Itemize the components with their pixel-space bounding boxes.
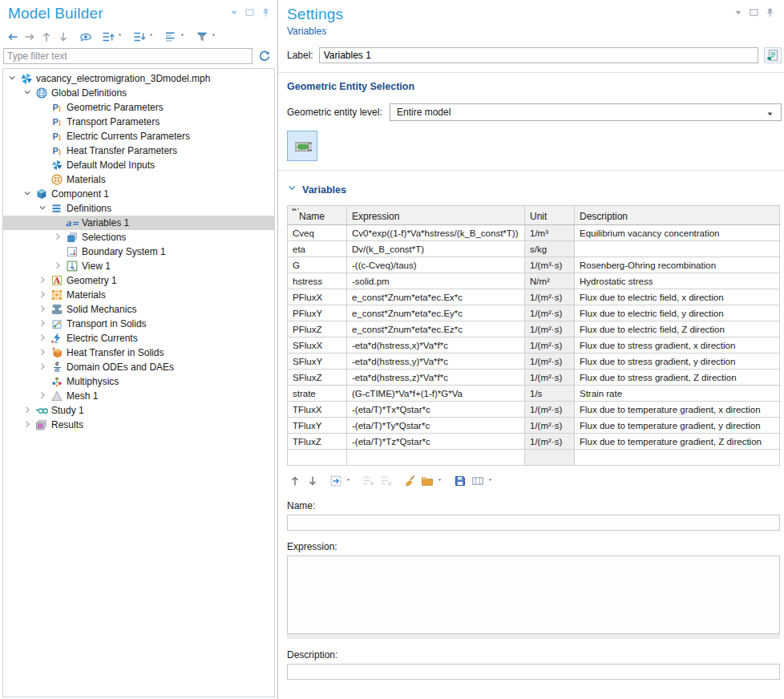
tree-item-study-1[interactable]: Study 1 [3, 403, 274, 418]
model-tree-node-text-button[interactable] [163, 29, 179, 45]
cell-expression[interactable] [347, 450, 525, 466]
cell-description[interactable]: Flux due to stress gradient, y direction [575, 354, 780, 370]
table-display-dropdown-icon[interactable] [488, 478, 495, 485]
load-from-file-dropdown-icon[interactable] [438, 478, 445, 485]
filter-button[interactable] [194, 29, 210, 45]
cell-description[interactable]: Flux due to temperature gradient, y dire… [575, 418, 780, 434]
table-display-button[interactable] [470, 473, 486, 489]
expand-chevron-icon[interactable] [37, 304, 50, 315]
cell-unit[interactable]: 1/s [525, 386, 575, 402]
collapse-chevron-icon[interactable] [22, 87, 34, 99]
cell-description[interactable]: Flux due to stress gradient, x direction [575, 337, 780, 354]
cell-unit[interactable]: 1/(m²·s) [525, 434, 575, 450]
tree-item-component-1[interactable]: Component 1 [3, 187, 274, 201]
cell-name[interactable]: PFluxX [288, 289, 347, 305]
menu-caret-icon[interactable] [228, 7, 239, 18]
tree-item-view-1[interactable]: View 1 [3, 259, 274, 273]
cell-expression[interactable]: e_const*Znum*eta*ec.Ez*c [347, 321, 525, 337]
cell-unit[interactable] [525, 450, 575, 466]
cell-unit[interactable]: 1/(m²·s) [525, 305, 575, 321]
model-tree-node-text-dropdown-icon[interactable] [180, 33, 188, 40]
settings-breadcrumb[interactable]: Variables [287, 26, 782, 37]
cell-name[interactable]: Cveq [288, 225, 347, 241]
clear-table-button[interactable] [402, 473, 418, 489]
sort-rows-icon[interactable] [289, 207, 302, 215]
cell-unit[interactable]: 1/(m²·s) [525, 418, 575, 434]
cell-unit[interactable]: 1/(m²·s) [525, 289, 575, 305]
tree-item-definitions[interactable]: Definitions [3, 201, 274, 216]
cell-unit[interactable]: 1/(m³·s) [525, 257, 575, 273]
cell-description[interactable]: Flux due to electric field, x direction [575, 289, 780, 305]
column-header-description[interactable]: Description [575, 206, 780, 225]
float-window-icon[interactable] [749, 7, 759, 18]
cell-unit[interactable]: N/m² [525, 273, 575, 289]
menu-caret-icon[interactable] [733, 7, 743, 18]
cell-name[interactable]: strate [288, 386, 347, 402]
tree-item-global-definitions[interactable]: Global Definitions [3, 86, 274, 100]
collapse-chevron-icon[interactable] [6, 73, 19, 84]
move-down-button[interactable] [55, 29, 71, 45]
cell-unit[interactable]: s/kg [525, 241, 575, 257]
active-toggle-button[interactable] [287, 131, 317, 161]
expand-chevron-icon[interactable] [37, 318, 50, 329]
cell-unit[interactable]: 1/(m²·s) [525, 402, 575, 418]
tree-item-domain-odes-and-daes[interactable]: ddtDomain ODEs and DAEs [3, 360, 274, 374]
cell-description[interactable]: Equilibrium vacancy concentration [575, 225, 780, 241]
cell-name[interactable]: PFluxZ [288, 321, 347, 337]
tree-item-selections[interactable]: Selections [3, 230, 274, 244]
expression-input[interactable] [287, 556, 780, 634]
move-up-button[interactable] [287, 473, 303, 489]
pin-icon[interactable] [261, 7, 271, 18]
cell-name[interactable]: PFluxY [288, 305, 347, 321]
cell-name[interactable]: hstress [288, 273, 347, 289]
expand-chevron-icon[interactable] [52, 261, 65, 272]
cell-expression[interactable]: Cv0*exp((1-f)*Va*hstress/(k_B_const*T)) [347, 225, 525, 241]
cell-name[interactable]: G [288, 257, 347, 273]
cell-unit[interactable]: 1/(m²·s) [525, 354, 575, 370]
expand-chevron-icon[interactable] [37, 275, 50, 286]
geometric-entity-level-select[interactable]: Entire model [390, 103, 782, 121]
pin-icon[interactable] [765, 7, 775, 18]
label-input[interactable] [319, 47, 758, 63]
tree-item-variables-1[interactable]: a=Variables 1 [3, 216, 274, 230]
cell-name[interactable]: SFluxX [288, 337, 347, 354]
cell-unit[interactable]: 1/(m²·s) [525, 370, 575, 386]
expand-chevron-icon[interactable] [37, 362, 50, 373]
collapse-chevron-icon[interactable] [37, 203, 50, 214]
expand-all-dropdown-icon[interactable] [149, 33, 156, 40]
refresh-icon[interactable] [257, 48, 273, 64]
cell-description[interactable]: Hydrostatic stress [575, 273, 780, 289]
cell-expression[interactable]: -eta*d(hstress,x)*Va*f*c [347, 337, 525, 354]
cell-unit[interactable]: 1/(m²·s) [525, 337, 575, 354]
show-button[interactable] [78, 29, 94, 45]
cell-description[interactable]: Flux due to electric field, y direction [575, 305, 780, 321]
cell-name[interactable]: eta [288, 241, 347, 257]
tree-item-materials[interactable]: Materials [3, 288, 274, 302]
cell-expression[interactable]: e_const*Znum*eta*ec.Ey*c [347, 305, 525, 321]
cell-name[interactable] [288, 450, 347, 466]
cell-expression[interactable]: -eta*d(hstress,y)*Va*f*c [347, 354, 525, 370]
cell-description[interactable] [575, 241, 780, 257]
cell-expression[interactable]: -solid.pm [347, 273, 525, 289]
cell-expression[interactable]: -((c-Cveq)/taus) [347, 257, 525, 273]
load-from-file-button[interactable] [419, 473, 435, 489]
expression-scrollbar[interactable] [287, 634, 780, 639]
name-input[interactable] [287, 515, 780, 531]
variables-section-header[interactable]: Variables [287, 183, 782, 197]
cell-description[interactable] [575, 450, 780, 466]
collapse-all-button[interactable] [100, 29, 116, 45]
expand-chevron-icon[interactable] [22, 405, 34, 416]
cell-description[interactable]: Flux due to stress gradient, Z direction [575, 370, 780, 386]
expand-chevron-icon[interactable] [37, 289, 50, 301]
expand-chevron-icon[interactable] [37, 347, 50, 358]
tree-item-transport-parameters[interactable]: P¡Transport Parameters [3, 115, 274, 129]
back-button[interactable] [5, 29, 21, 45]
cell-expression[interactable]: -(eta/T)*Tx*Qstar*c [347, 402, 525, 418]
cell-name[interactable]: SFluxY [288, 354, 347, 370]
tree-item-heat-transfer-parameters[interactable]: P¡Heat Transfer Parameters [3, 143, 274, 158]
save-to-file-button[interactable] [452, 473, 468, 489]
expand-chevron-icon[interactable] [37, 333, 50, 344]
tree-item-mesh-1[interactable]: Mesh 1 [3, 389, 274, 403]
forward-button[interactable] [22, 29, 38, 45]
tree-item-geometric-parameters[interactable]: P¡Geometric Parameters [3, 100, 274, 115]
